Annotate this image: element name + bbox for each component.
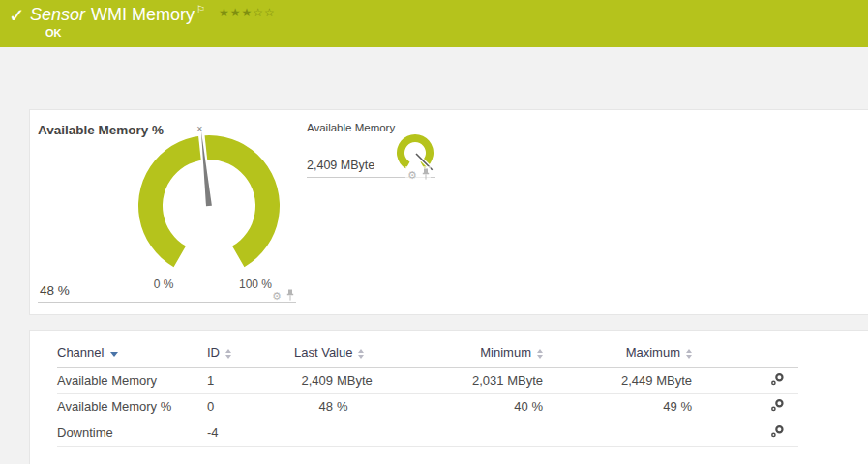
column-label: Channel xyxy=(57,345,104,360)
column-header-id[interactable]: ID xyxy=(207,338,294,367)
channel-id: 0 xyxy=(207,393,294,420)
table-row: Available Memory 1 2,409MByte 2,031 MByt… xyxy=(57,367,798,393)
column-header-minimum[interactable]: Minimum xyxy=(401,338,543,367)
channel-name[interactable]: Available Memory % xyxy=(57,393,207,420)
table-row: Downtime -4 xyxy=(57,420,798,446)
gauge-scale-min: 0 % xyxy=(148,277,179,291)
actions-cell xyxy=(692,420,798,446)
actions-cell xyxy=(692,367,798,393)
column-header-actions xyxy=(692,338,798,367)
sort-icon xyxy=(537,349,543,359)
sort-icon xyxy=(225,349,231,359)
channels-table-panel: Channel ID Last Value Minimum Maximum Av… xyxy=(29,330,868,464)
last-value: 48 xyxy=(294,399,333,414)
stars-empty: ☆☆ xyxy=(253,6,276,19)
tile-actions: ⚙ xyxy=(272,287,295,304)
gauge-title: Available Memory xyxy=(307,122,395,133)
pin-icon[interactable] xyxy=(421,166,431,184)
needle-tip-marker: ✕ xyxy=(196,125,203,133)
gear-icon[interactable]: ⚙ xyxy=(407,169,417,182)
page-title: WMI Memory xyxy=(91,5,195,25)
column-header-channel[interactable]: Channel xyxy=(57,338,207,367)
column-header-last-value[interactable]: Last Value xyxy=(294,338,401,367)
sensor-status-bar: ✓ Sensor WMI Memory ⚐ ★★★☆☆ OK xyxy=(0,0,868,47)
tab-bar: Overview Live Data 2 days 30 days 365 da… xyxy=(0,47,868,106)
priority-stars[interactable]: ★★★☆☆ xyxy=(219,6,276,19)
tile-divider xyxy=(38,302,296,303)
overview-gauges-panel: Available Memory % ✕ 0 % 100 % 48 % ⚙ Av… xyxy=(29,109,868,315)
gear-icon[interactable]: ⚙ xyxy=(272,290,282,303)
sensor-kind-label: Sensor xyxy=(30,5,85,25)
edit-channel-icon[interactable] xyxy=(770,374,785,389)
gauge-scale-max: 100 % xyxy=(238,277,273,291)
sort-icon xyxy=(686,349,692,359)
last-value: 2,409 xyxy=(294,373,333,388)
minimum-value: 40 % xyxy=(401,393,543,420)
channel-name[interactable]: Available Memory xyxy=(57,367,207,393)
channel-id: -4 xyxy=(207,420,294,446)
maximum-value xyxy=(543,420,692,446)
stars-filled: ★★★ xyxy=(219,6,253,19)
radial-gauge: ✕ xyxy=(132,125,286,284)
sort-desc-icon xyxy=(110,352,118,357)
last-value-unit: MByte xyxy=(333,373,373,388)
column-label: Minimum xyxy=(480,345,531,360)
channels-table: Channel ID Last Value Minimum Maximum Av… xyxy=(57,338,798,447)
channel-id: 1 xyxy=(207,367,294,393)
maximum-value: 49 % xyxy=(543,393,692,420)
status-badge: OK xyxy=(45,27,62,39)
table-header-row: Channel ID Last Value Minimum Maximum xyxy=(57,338,798,367)
ok-check-icon: ✓ xyxy=(9,4,25,27)
minimum-value: 2,031 MByte xyxy=(401,367,543,393)
pin-icon[interactable] xyxy=(285,287,295,304)
minimum-value xyxy=(401,420,543,446)
column-label: ID xyxy=(207,345,220,360)
gauge-value: 48 % xyxy=(40,283,70,298)
table-row: Available Memory % 0 48% 40 % 49 % xyxy=(57,393,798,420)
flag-icon[interactable]: ⚐ xyxy=(196,4,205,14)
tile-actions: ⚙ xyxy=(405,166,431,184)
actions-cell xyxy=(692,393,798,420)
channel-name[interactable]: Downtime xyxy=(57,420,207,446)
column-label: Last Value xyxy=(294,345,352,360)
gauge-value: 2,409 MByte xyxy=(307,159,374,172)
maximum-value: 2,449 MByte xyxy=(543,367,692,393)
column-label: Maximum xyxy=(626,345,680,360)
last-value-unit: % xyxy=(333,399,348,414)
sensor-title-row: Sensor WMI Memory ⚐ ★★★☆☆ xyxy=(30,5,276,25)
edit-channel-icon[interactable] xyxy=(770,400,785,415)
column-header-maximum[interactable]: Maximum xyxy=(543,338,692,367)
sort-icon xyxy=(358,349,364,359)
edit-channel-icon[interactable] xyxy=(770,426,785,441)
